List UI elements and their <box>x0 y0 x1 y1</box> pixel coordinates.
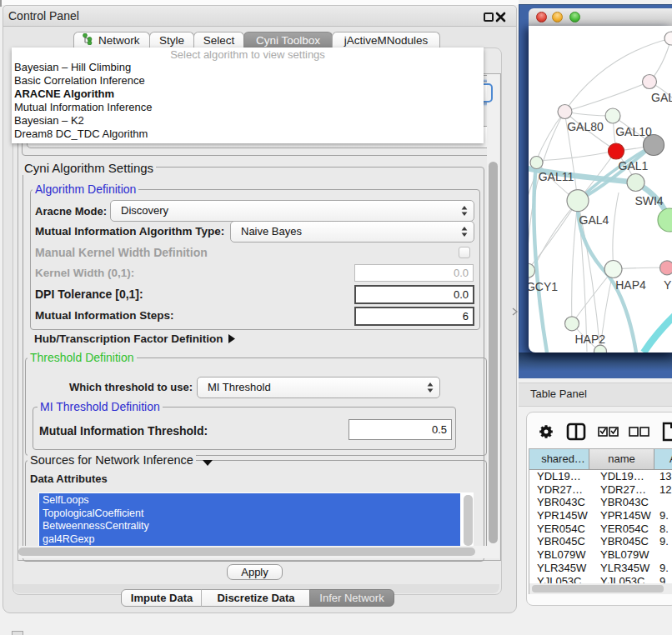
svg-text:Y: Y <box>664 278 672 292</box>
svg-text:HAP4: HAP4 <box>615 278 646 292</box>
svg-text:GAL10: GAL10 <box>615 125 652 138</box>
svg-text:GAL: GAL <box>651 91 672 104</box>
svg-text:GCY1: GCY1 <box>529 280 558 293</box>
svg-text:GAL1: GAL1 <box>619 159 649 172</box>
svg-text:HAP2: HAP2 <box>575 332 606 346</box>
svg-text:GAL11: GAL11 <box>539 170 574 183</box>
svg-text:SWI4: SWI4 <box>634 194 663 208</box>
svg-text:GAL4: GAL4 <box>579 213 609 227</box>
svg-text:GAL80: GAL80 <box>567 120 604 133</box>
